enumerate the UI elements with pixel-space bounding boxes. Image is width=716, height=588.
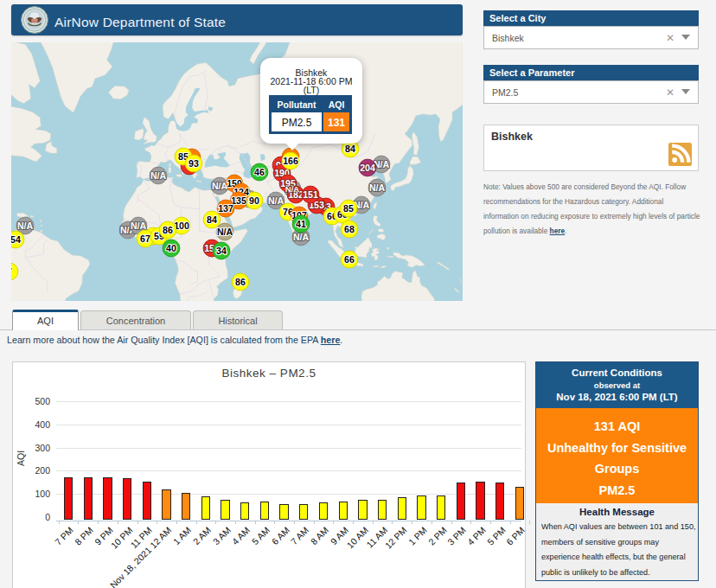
- svg-text:67: 67: [140, 233, 150, 244]
- svg-text:N/A: N/A: [150, 170, 167, 181]
- svg-text:34: 34: [216, 246, 227, 256]
- svg-text:85: 85: [343, 203, 354, 214]
- svg-text:46: 46: [254, 167, 265, 177]
- svg-text:N/A: N/A: [293, 232, 310, 242]
- svg-text:68: 68: [344, 224, 355, 234]
- svg-text:N/A: N/A: [17, 220, 34, 231]
- svg-text:41: 41: [296, 219, 306, 229]
- svg-text:84: 84: [345, 144, 355, 154]
- svg-text:137: 137: [218, 203, 233, 214]
- svg-text:40: 40: [166, 243, 176, 253]
- svg-text:N/A: N/A: [217, 227, 233, 237]
- svg-text:N/A: N/A: [369, 182, 386, 193]
- svg-text:86: 86: [163, 225, 173, 235]
- svg-text:N/A: N/A: [285, 184, 300, 194]
- svg-text:204: 204: [360, 163, 375, 173]
- svg-text:66: 66: [344, 254, 355, 265]
- svg-text:N/A: N/A: [268, 195, 284, 206]
- svg-text:166: 166: [283, 156, 298, 166]
- svg-text:54: 54: [11, 234, 21, 245]
- svg-text:151: 151: [303, 189, 318, 200]
- svg-text:84: 84: [207, 214, 217, 225]
- svg-text:90: 90: [249, 195, 259, 206]
- svg-text:7: 7: [11, 266, 12, 277]
- svg-text:86: 86: [235, 277, 246, 287]
- svg-text:N/A: N/A: [131, 220, 147, 231]
- svg-text:93: 93: [189, 158, 199, 169]
